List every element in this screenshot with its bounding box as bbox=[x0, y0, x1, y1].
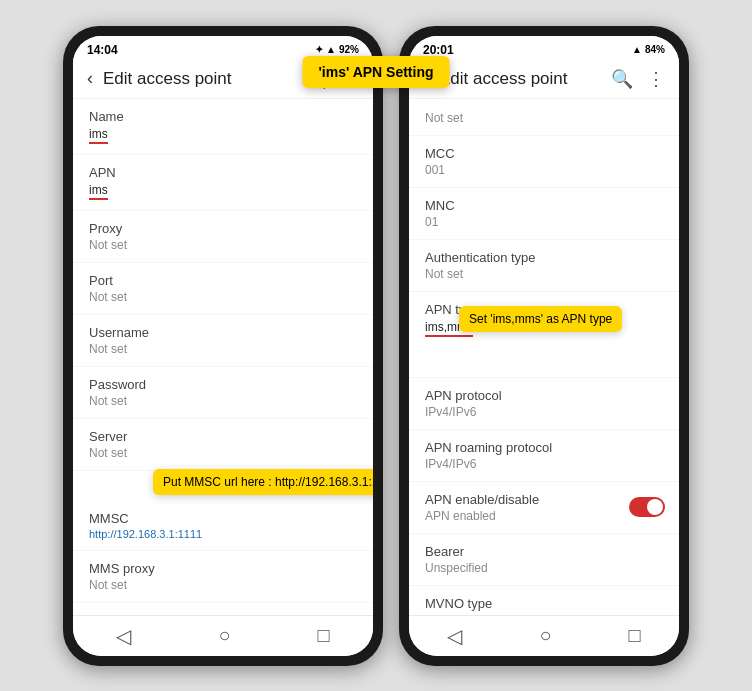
field-item-left-8[interactable]: MMS proxyNot set bbox=[73, 551, 373, 603]
field-value-left-7: http://192.168.3.1:1111 bbox=[89, 528, 357, 540]
top-bar-icons-right: 🔍 ⋮ bbox=[611, 68, 665, 90]
field-value-right-8: Unspecified bbox=[425, 561, 663, 575]
field-item-right-6[interactable]: APN roaming protocolIPv4/IPv6 bbox=[409, 430, 679, 482]
field-item-left-2[interactable]: ProxyNot set bbox=[73, 211, 373, 263]
field-value-right-6: IPv4/IPv6 bbox=[425, 457, 663, 471]
field-value-left-3: Not set bbox=[89, 290, 357, 304]
search-icon-right[interactable]: 🔍 bbox=[611, 68, 633, 90]
field-label-left-8: MMS proxy bbox=[89, 561, 357, 576]
field-item-right-5[interactable]: APN protocolIPv4/IPv6 bbox=[409, 378, 679, 430]
field-label-left-4: Username bbox=[89, 325, 357, 340]
field-value-right-2: 01 bbox=[425, 215, 663, 229]
field-value-right-3: Not set bbox=[425, 267, 663, 281]
phone-left: 14:04 ✦ ▲ 92% ‹ Edit access point 🔍 ⋮ Na… bbox=[63, 26, 383, 666]
field-item-left-5[interactable]: PasswordNot set bbox=[73, 367, 373, 419]
nav-recent-left[interactable]: □ bbox=[317, 624, 329, 647]
field-header-right-0: Not set bbox=[425, 111, 663, 125]
field-value-left-2: Not set bbox=[89, 238, 357, 252]
field-item-right-4[interactable]: APN typeSet 'ims,mms' as APN typeims,mms bbox=[409, 292, 679, 378]
toggle-apn-enable[interactable] bbox=[629, 497, 665, 517]
field-value-left-0: ims bbox=[89, 127, 108, 144]
field-label-left-5: Password bbox=[89, 377, 357, 392]
field-item-right-8[interactable]: BearerUnspecified bbox=[409, 534, 679, 586]
field-value-left-6: Not set bbox=[89, 446, 357, 460]
field-value-left-5: Not set bbox=[89, 394, 357, 408]
status-icons-right: ▲ 84% bbox=[632, 44, 665, 55]
field-value-right-1: 001 bbox=[425, 163, 663, 177]
tooltip-mmsc: Put MMSC url here : http://192.168.3.1:1… bbox=[153, 469, 373, 495]
status-bar-right: 20:01 ▲ 84% bbox=[409, 36, 679, 60]
signal-icon-right: ▲ bbox=[632, 44, 642, 55]
phone-right: 20:01 ▲ 84% ‹ Edit access point 🔍 ⋮ Not … bbox=[399, 26, 689, 666]
field-label-left-7: MMSC bbox=[89, 511, 357, 526]
field-label-left-3: Port bbox=[89, 273, 357, 288]
field-item-right-7[interactable]: APN enable/disableAPN enabled bbox=[409, 482, 679, 534]
field-item-right-3[interactable]: Authentication typeNot set bbox=[409, 240, 679, 292]
field-label-right-2: MNC bbox=[425, 198, 663, 213]
time-left: 14:04 bbox=[87, 43, 118, 57]
field-value-right-9: None bbox=[425, 613, 663, 615]
field-label-right-7: APN enable/disable bbox=[425, 492, 663, 507]
nav-back-left[interactable]: ◁ bbox=[116, 624, 131, 648]
field-item-left-6[interactable]: ServerNot set bbox=[73, 419, 373, 471]
field-item-left-1[interactable]: APNims bbox=[73, 155, 373, 211]
field-label-right-1: MCC bbox=[425, 146, 663, 161]
phone-right-screen: 20:01 ▲ 84% ‹ Edit access point 🔍 ⋮ Not … bbox=[409, 36, 679, 656]
back-button-left[interactable]: ‹ bbox=[87, 68, 93, 89]
field-label-left-9: MMS port bbox=[89, 613, 357, 615]
field-item-left-0[interactable]: Nameims bbox=[73, 99, 373, 155]
field-value-left-4: Not set bbox=[89, 342, 357, 356]
phone-left-screen: 14:04 ✦ ▲ 92% ‹ Edit access point 🔍 ⋮ Na… bbox=[73, 36, 373, 656]
field-label-right-9: MVNO type bbox=[425, 596, 663, 611]
signal-icon: ✦ bbox=[315, 44, 323, 55]
field-label-right-5: APN protocol bbox=[425, 388, 663, 403]
field-value-right-5: IPv4/IPv6 bbox=[425, 405, 663, 419]
nav-bar-left: ◁ ○ □ bbox=[73, 615, 373, 656]
nav-back-right[interactable]: ◁ bbox=[447, 624, 462, 648]
nav-home-right[interactable]: ○ bbox=[539, 624, 551, 647]
nav-home-left[interactable]: ○ bbox=[218, 624, 230, 647]
field-item-left-7[interactable]: Put MMSC url here : http://192.168.3.1:1… bbox=[73, 471, 373, 551]
field-label-left-2: Proxy bbox=[89, 221, 357, 236]
field-label-right-3: Authentication type bbox=[425, 250, 663, 265]
page-title-left: Edit access point bbox=[103, 69, 295, 89]
more-icon-right[interactable]: ⋮ bbox=[647, 68, 665, 90]
banner: 'ims' APN Setting bbox=[302, 56, 449, 88]
nav-bar-right: ◁ ○ □ bbox=[409, 615, 679, 656]
field-label-right-8: Bearer bbox=[425, 544, 663, 559]
battery-right: 84% bbox=[645, 44, 665, 55]
page-title-right: Edit access point bbox=[439, 69, 601, 89]
tooltip-apn: Set 'ims,mms' as APN type bbox=[459, 306, 622, 332]
wifi-icon: ▲ bbox=[326, 44, 336, 55]
field-label-left-6: Server bbox=[89, 429, 357, 444]
field-value-left-8: Not set bbox=[89, 578, 357, 592]
field-item-right-1[interactable]: MCC001 bbox=[409, 136, 679, 188]
time-right: 20:01 bbox=[423, 43, 454, 57]
field-item-right-2[interactable]: MNC01 bbox=[409, 188, 679, 240]
field-value-right-7: APN enabled bbox=[425, 509, 663, 523]
field-item-left-3[interactable]: PortNot set bbox=[73, 263, 373, 315]
field-value-left-1: ims bbox=[89, 183, 108, 200]
status-icons-left: ✦ ▲ 92% bbox=[315, 44, 359, 55]
field-item-right-9[interactable]: MVNO typeNone bbox=[409, 586, 679, 615]
content-right: Not setMCC001MNC01Authentication typeNot… bbox=[409, 99, 679, 615]
field-item-right-0[interactable]: Not set bbox=[409, 99, 679, 136]
field-label-left-0: Name bbox=[89, 109, 357, 124]
field-item-left-9[interactable]: MMS portNot set bbox=[73, 603, 373, 615]
top-bar-right: ‹ Edit access point 🔍 ⋮ bbox=[409, 60, 679, 99]
nav-recent-right[interactable]: □ bbox=[628, 624, 640, 647]
app-container: 'ims' APN Setting 14:04 ✦ ▲ 92% ‹ Edit a… bbox=[63, 26, 689, 666]
content-left: NameimsAPNimsProxyNot setPortNot setUser… bbox=[73, 99, 373, 615]
field-label-right-6: APN roaming protocol bbox=[425, 440, 663, 455]
battery-left: 92% bbox=[339, 44, 359, 55]
field-label-left-1: APN bbox=[89, 165, 357, 180]
field-item-left-4[interactable]: UsernameNot set bbox=[73, 315, 373, 367]
